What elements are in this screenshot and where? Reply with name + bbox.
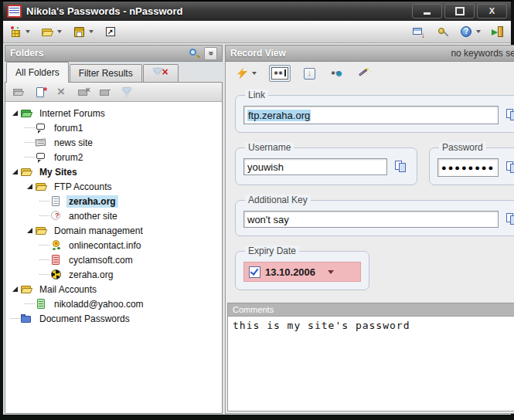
folder-open-yellow-icon bbox=[35, 225, 49, 236]
tree-item-label: zeraha.org bbox=[66, 269, 115, 281]
dropdown-arrow-icon[interactable] bbox=[252, 72, 257, 75]
expiry-dropdown-icon[interactable] bbox=[328, 270, 334, 274]
tree-item[interactable]: Mail Accounts bbox=[7, 282, 220, 296]
folders-panel: Folders » All FoldersFilter Results Inte… bbox=[5, 45, 223, 414]
username-field[interactable] bbox=[243, 158, 387, 175]
comments-field[interactable]: this is my site's password bbox=[227, 316, 514, 412]
tree-connector bbox=[10, 318, 20, 319]
speech-bubble-icon bbox=[35, 151, 49, 163]
tree-item-label: My Sites bbox=[37, 166, 80, 178]
tree-item-label: zeraha.org bbox=[66, 195, 118, 208]
tab-clear-filter[interactable] bbox=[143, 64, 179, 83]
folder-closed-blue-icon bbox=[20, 313, 34, 324]
copy-password-button[interactable] bbox=[505, 161, 514, 174]
tree-item[interactable]: another site bbox=[7, 208, 220, 223]
main-area: Folders » All FoldersFilter Results Inte… bbox=[3, 43, 511, 415]
new-button[interactable] bbox=[9, 22, 30, 41]
search-icon[interactable] bbox=[188, 47, 200, 59]
link-label: Link bbox=[245, 90, 268, 100]
restore-button[interactable] bbox=[412, 22, 425, 41]
tree-item[interactable]: zeraha.org bbox=[7, 267, 220, 282]
folder-open-yellow-icon bbox=[20, 283, 34, 295]
maximize-button[interactable] bbox=[444, 4, 475, 19]
dropdown-arrow-icon[interactable] bbox=[476, 30, 481, 33]
tree-connector bbox=[39, 274, 49, 275]
tree-item[interactable]: onlinecontact.info bbox=[7, 238, 220, 252]
pin-button[interactable] bbox=[436, 22, 449, 41]
tree-item[interactable]: zeraha.org bbox=[7, 194, 220, 208]
tree-item[interactable]: forum2 bbox=[7, 150, 220, 164]
copy-link-button[interactable] bbox=[505, 108, 514, 122]
actions-button[interactable] bbox=[233, 65, 259, 83]
help-button[interactable] bbox=[460, 22, 481, 41]
dropdown-arrow-icon[interactable] bbox=[57, 30, 62, 33]
insert-icon bbox=[303, 67, 316, 80]
tree-expander-icon[interactable] bbox=[25, 228, 35, 233]
additional-key-group: Additional Key bbox=[235, 200, 514, 236]
collapse-panel-button[interactable]: » bbox=[204, 47, 217, 60]
tree-item-label: cyclamsoft.com bbox=[66, 254, 135, 266]
minimize-button[interactable] bbox=[412, 4, 442, 19]
tree-connector bbox=[39, 259, 49, 260]
tree-expander-icon[interactable] bbox=[10, 110, 20, 116]
filter-button[interactable] bbox=[121, 86, 134, 99]
exit-icon bbox=[492, 25, 505, 39]
document-green-icon bbox=[35, 298, 49, 310]
record-panel: Record View no keywords set Link ftp.zer… bbox=[225, 45, 514, 414]
tree-item[interactable]: FTP Accounts bbox=[7, 179, 220, 194]
funnel-x-icon bbox=[152, 68, 169, 79]
tree-expander-icon[interactable] bbox=[10, 286, 20, 292]
close-icon: X bbox=[489, 7, 495, 15]
delete-button bbox=[56, 86, 69, 99]
tree-item[interactable]: Internet Forums bbox=[7, 106, 220, 120]
folders-tabs: All FoldersFilter Results bbox=[5, 62, 223, 83]
speech-bubble-icon bbox=[35, 122, 49, 134]
exit-button[interactable] bbox=[492, 22, 505, 41]
close-button[interactable]: X bbox=[477, 4, 507, 19]
tab-all-folders[interactable]: All Folders bbox=[6, 62, 69, 83]
tree-item-label: news site bbox=[52, 137, 95, 149]
insert-button[interactable] bbox=[301, 65, 318, 83]
tree-expander-icon[interactable] bbox=[10, 169, 20, 174]
tree-item-label: nikoladd@yahoo.com bbox=[52, 298, 146, 310]
tree-item[interactable]: My Sites bbox=[7, 164, 220, 179]
open-button[interactable] bbox=[41, 22, 62, 41]
tree-connector bbox=[25, 142, 35, 143]
copy-additional-key-button[interactable] bbox=[505, 212, 514, 226]
folders-header: Folders » bbox=[5, 45, 223, 62]
expiry-label: Expiry Date bbox=[245, 246, 299, 256]
show-password-button[interactable] bbox=[269, 65, 291, 82]
tree-item-label: FTP Accounts bbox=[52, 181, 114, 193]
dropdown-arrow-icon[interactable] bbox=[26, 30, 30, 33]
tree-expander-icon[interactable] bbox=[25, 184, 35, 189]
flower-icon bbox=[49, 239, 63, 251]
password-field[interactable]: ●●●●●●●● bbox=[437, 158, 499, 177]
help-icon bbox=[460, 25, 473, 39]
save-icon bbox=[73, 25, 86, 39]
tree-item[interactable]: Domain management bbox=[7, 223, 220, 238]
expiry-picker[interactable]: 13.10.2006 bbox=[243, 262, 361, 282]
move-folder-button bbox=[99, 86, 112, 99]
user-password-button[interactable] bbox=[328, 65, 346, 83]
additional-key-field[interactable] bbox=[243, 211, 499, 228]
tab-filter-results[interactable]: Filter Results bbox=[70, 64, 142, 83]
comments-header: Comments bbox=[227, 303, 514, 316]
app-window: Nikola's Passwords - nPassword X Folders… bbox=[0, 0, 514, 420]
copy-username-button[interactable] bbox=[393, 160, 409, 174]
export-button[interactable] bbox=[104, 22, 117, 41]
record-title: Record View bbox=[230, 48, 286, 59]
tree-item[interactable]: cyclamsoft.com bbox=[7, 252, 220, 267]
link-field[interactable]: ftp.zeraha.org bbox=[243, 106, 499, 124]
app-icon bbox=[7, 5, 22, 18]
tree-item[interactable]: Document Passwords bbox=[7, 311, 220, 326]
dropdown-arrow-icon[interactable] bbox=[89, 30, 94, 33]
save-button[interactable] bbox=[73, 22, 94, 41]
generate-button[interactable] bbox=[356, 65, 374, 83]
tree-item[interactable]: news site bbox=[7, 135, 220, 150]
open-icon bbox=[41, 25, 54, 39]
expiry-checkbox[interactable] bbox=[249, 266, 260, 278]
new-record-button[interactable] bbox=[34, 86, 47, 99]
tree-item[interactable]: nikoladd@yahoo.com bbox=[7, 296, 220, 311]
tree-item[interactable]: forum1 bbox=[7, 120, 220, 135]
maximize-icon bbox=[455, 7, 465, 15]
